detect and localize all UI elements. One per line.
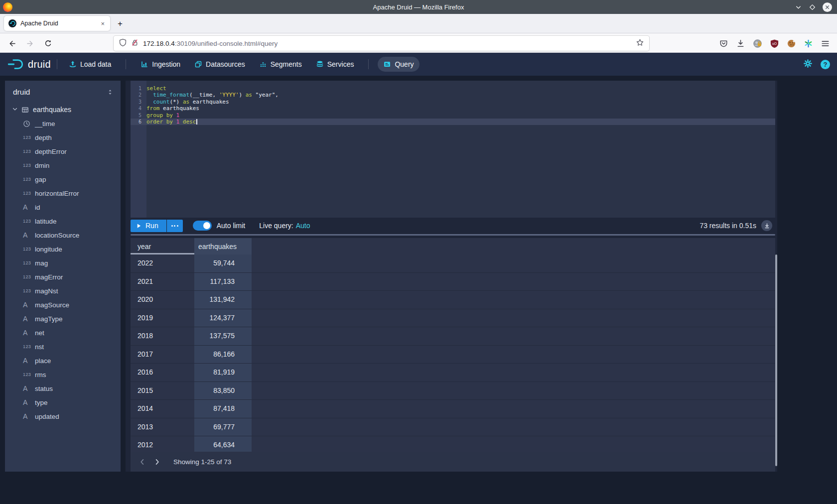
new-tab-button[interactable]: + (114, 17, 127, 30)
download-results-icon[interactable] (761, 220, 772, 231)
forward-button[interactable] (23, 36, 37, 50)
sidebar-column-rms[interactable]: 123rms (5, 368, 121, 381)
sidebar-column-longitude[interactable]: 123longitude (5, 242, 121, 256)
cell-year[interactable]: 2012 (131, 436, 194, 452)
horizontal-scrollbar[interactable] (131, 234, 775, 236)
cell-year[interactable]: 2022 (131, 254, 194, 272)
next-page-icon[interactable] (150, 455, 163, 468)
cell-earthquakes[interactable]: 117,133 (194, 273, 252, 291)
sql-editor[interactable]: 1select2 time_format(__time, 'YYYY') as … (131, 81, 775, 218)
sidebar-column-latitude[interactable]: 123latitude (5, 214, 121, 228)
reload-button[interactable] (41, 36, 55, 50)
cell-earthquakes[interactable]: 131,942 (194, 291, 252, 309)
cell-earthquakes[interactable]: 124,377 (194, 309, 252, 327)
cookie-extension-icon[interactable] (787, 39, 796, 48)
sidebar-column-depth[interactable]: 123depth (5, 130, 121, 144)
cell-year[interactable]: 2016 (131, 364, 194, 381)
sidebar-table-earthquakes[interactable]: earthquakes (5, 103, 121, 117)
sidebar-column-dmin[interactable]: 123dmin (5, 158, 121, 172)
number-column-icon: 123 (23, 219, 35, 224)
cell-earthquakes[interactable]: 59,744 (194, 254, 252, 272)
sidebar-column-horizontalError[interactable]: 123horizontalError (5, 186, 121, 200)
cell-earthquakes[interactable]: 64,634 (194, 436, 252, 452)
cell-year[interactable]: 2015 (131, 382, 194, 400)
tab-close-icon[interactable]: × (100, 20, 106, 27)
cell-year[interactable]: 2013 (131, 418, 194, 436)
window-maximize-icon[interactable] (809, 3, 816, 11)
color-asterisk-extension-icon[interactable] (804, 39, 813, 48)
nav-item-label: Services (327, 60, 354, 68)
cell-year[interactable]: 2021 (131, 273, 194, 291)
cell-year[interactable]: 2014 (131, 400, 194, 418)
chevron-down-icon[interactable] (12, 105, 18, 114)
insecure-lock-icon[interactable] (131, 38, 139, 49)
cell-earthquakes[interactable]: 83,850 (194, 382, 252, 400)
hamburger-menu-icon[interactable] (821, 39, 830, 48)
results-table: year earthquakes 202259,7442021117,13320… (131, 238, 775, 452)
nav-item-segments[interactable]: Segments (254, 57, 307, 72)
sidebar-column-locationSource[interactable]: AlocationSource (5, 228, 121, 242)
nav-item-datasources[interactable]: Datasources (189, 57, 251, 72)
sidebar-column-type[interactable]: Atype (5, 395, 121, 409)
settings-gear-icon[interactable] (803, 59, 813, 70)
cell-earthquakes[interactable]: 69,777 (194, 418, 252, 436)
time-column-icon (23, 120, 35, 127)
back-button[interactable] (5, 36, 19, 50)
window-close-icon[interactable] (823, 2, 832, 12)
nav-item-ingestion[interactable]: Ingestion (135, 57, 186, 72)
sidebar-column-magSource[interactable]: AmagSource (5, 298, 121, 312)
cell-earthquakes[interactable]: 86,166 (194, 346, 252, 364)
help-icon[interactable]: ? (821, 60, 830, 69)
bookmark-star-icon[interactable] (636, 38, 644, 49)
sidebar-column-magNst[interactable]: 123magNst (5, 284, 121, 298)
sidebar-column-depthError[interactable]: 123depthError (5, 144, 121, 158)
column-name: magType (35, 315, 63, 323)
nav-item-load-data[interactable]: Load data (63, 57, 117, 72)
druid-logo[interactable]: druid (7, 58, 51, 71)
url-bar[interactable]: 172.18.0.4:30109/unified-console.html#qu… (114, 36, 649, 51)
downloads-icon[interactable] (736, 39, 745, 48)
sidebar-column-magType[interactable]: AmagType (5, 312, 121, 326)
window-minimize-icon[interactable] (795, 3, 802, 11)
cell-earthquakes[interactable]: 81,919 (194, 364, 252, 381)
cell-earthquakes[interactable]: 137,575 (194, 327, 252, 345)
sidebar-column-place[interactable]: Aplace (5, 354, 121, 368)
sidebar-column-id[interactable]: Aid (5, 200, 121, 214)
ublock-origin-icon[interactable]: uO (770, 39, 779, 48)
run-button[interactable]: Run (131, 220, 166, 232)
tracking-protection-shield-icon[interactable] (119, 38, 127, 49)
account-extension-icon[interactable] (753, 39, 762, 48)
previous-page-icon[interactable] (136, 455, 148, 468)
sidebar-column-updated[interactable]: Aupdated (5, 409, 121, 423)
vertical-scrollbar[interactable] (775, 254, 777, 466)
sidebar-column-__time[interactable]: __time (5, 117, 121, 130)
sidebar-column-magError[interactable]: 123magError (5, 270, 121, 284)
cell-year[interactable]: 2019 (131, 309, 194, 327)
run-more-options-button[interactable] (167, 220, 183, 232)
sidebar-column-mag[interactable]: 123mag (5, 256, 121, 270)
sidebar-column-net[interactable]: Anet (5, 326, 121, 340)
code-line: 5group by 1 (131, 112, 775, 119)
cell-earthquakes[interactable]: 87,418 (194, 400, 252, 418)
live-query-value[interactable]: Auto (296, 222, 310, 230)
sidebar-column-nst[interactable]: 123nst (5, 340, 121, 354)
cell-year[interactable]: 2017 (131, 346, 194, 364)
browser-tab[interactable]: Apache Druid × (4, 16, 110, 31)
nav-item-services[interactable]: Services (310, 57, 360, 72)
sidebar-column-gap[interactable]: 123gap (5, 172, 121, 186)
cell-year[interactable]: 2018 (131, 327, 194, 345)
row-filler (252, 254, 775, 272)
code-line: 1select (131, 85, 775, 92)
column-name: depthError (35, 148, 67, 155)
column-header-earthquakes[interactable]: earthquakes (194, 238, 252, 254)
pocket-icon[interactable] (719, 39, 728, 48)
sidebar-column-status[interactable]: Astatus (5, 381, 121, 395)
table-row: 2021117,133 (131, 273, 775, 291)
nav-item-query[interactable]: Query (378, 57, 419, 72)
table-row: 201583,850 (131, 382, 775, 400)
cell-year[interactable]: 2020 (131, 291, 194, 309)
sort-columns-icon[interactable] (107, 89, 114, 96)
column-header-year[interactable]: year (131, 238, 194, 254)
table-row: 201487,418 (131, 400, 775, 418)
auto-limit-toggle[interactable] (193, 221, 212, 231)
